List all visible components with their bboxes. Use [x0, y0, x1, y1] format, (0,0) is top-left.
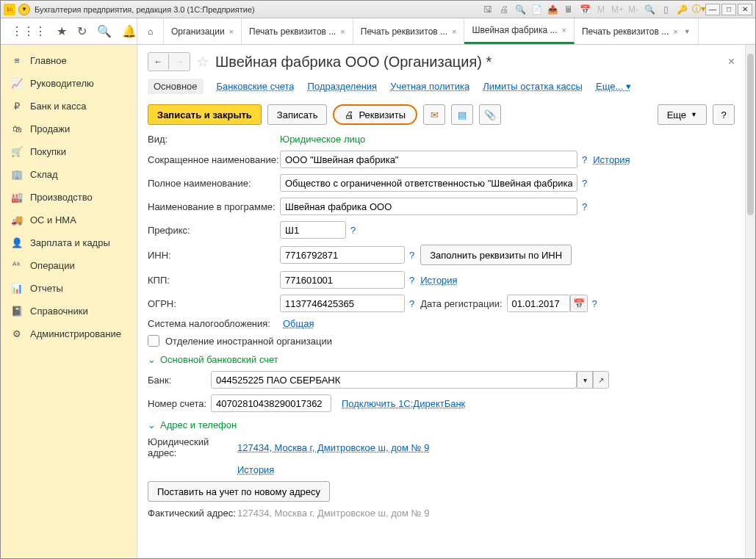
help-icon[interactable]: ? — [582, 178, 587, 189]
help-icon[interactable]: ? — [409, 250, 414, 261]
back-button[interactable]: ← — [148, 53, 169, 71]
tab-home[interactable]: ⌂ — [137, 18, 164, 44]
mail-button[interactable]: ✉ — [423, 104, 445, 125]
search-icon[interactable]: 🔍 — [97, 24, 112, 38]
help-button[interactable]: ? — [713, 104, 735, 125]
close-icon[interactable]: × — [673, 27, 677, 36]
section-address-header[interactable]: ⌄Адрес и телефон — [148, 419, 735, 430]
close-icon[interactable]: × — [340, 27, 345, 36]
save-button[interactable]: Записать — [267, 104, 328, 125]
attach-button[interactable]: 📎 — [479, 104, 501, 125]
more-button[interactable]: Еще ▼ — [658, 104, 707, 125]
subnav-limits[interactable]: Лимиты остатка кассы — [483, 81, 583, 92]
history-link[interactable]: История — [420, 275, 457, 286]
page-close-button[interactable]: × — [728, 55, 735, 68]
account-input[interactable] — [211, 394, 331, 412]
tab-item[interactable]: Организации× — [164, 18, 242, 44]
m-plus-icon[interactable]: M+ — [611, 4, 623, 15]
maximize-button[interactable]: □ — [721, 4, 736, 15]
calendar-icon[interactable]: 📅 — [570, 295, 588, 312]
minimize-button[interactable]: — — [705, 4, 720, 15]
favorite-star-icon[interactable]: ☆ — [196, 53, 209, 71]
foreign-checkbox[interactable] — [148, 335, 159, 347]
m-icon[interactable]: M — [595, 4, 607, 15]
key-icon[interactable]: 🔑 — [676, 4, 688, 15]
help-icon[interactable]: ? — [582, 154, 587, 165]
open-button[interactable]: ↗ — [593, 371, 609, 389]
sidebar-item-assets[interactable]: 🚚ОС и НМА — [1, 209, 137, 231]
export-icon[interactable]: 📤 — [547, 4, 558, 15]
print-icon[interactable]: 🖨 — [498, 4, 510, 15]
prefix-input[interactable] — [280, 221, 346, 239]
tax-link[interactable]: Общая — [283, 318, 314, 329]
titlebar-dropdown[interactable]: ▼ — [18, 4, 30, 15]
register-new-address-button[interactable]: Поставить на учет по новому адресу — [148, 481, 330, 502]
kpp-input[interactable] — [280, 271, 405, 289]
sidebar-item-sales[interactable]: 🛍Продажи — [1, 118, 137, 140]
short-name-input[interactable] — [280, 151, 577, 168]
apps-icon[interactable]: ⋮⋮⋮ — [11, 24, 46, 38]
sidebar-item-admin[interactable]: ⚙Администрирование — [1, 322, 137, 345]
chevron-down-icon[interactable]: ▼ — [684, 28, 691, 35]
sidebar-item-main[interactable]: ≡Главное — [1, 49, 137, 72]
list-button[interactable]: ▤ — [451, 104, 473, 125]
sidebar-item-purchases[interactable]: 🛒Покупки — [1, 140, 137, 163]
sidebar-item-salary[interactable]: 👤Зарплата и кадры — [1, 231, 137, 254]
save-icon[interactable]: 🖫 — [482, 4, 494, 15]
directbank-link[interactable]: Подключить 1С:ДиректБанк — [342, 398, 465, 409]
panel-icon[interactable]: ▯ — [660, 4, 672, 15]
star-icon[interactable]: ★ — [57, 24, 67, 38]
scrollbar-thumb[interactable] — [747, 54, 754, 215]
prog-name-input[interactable] — [280, 198, 577, 215]
close-icon[interactable]: × — [452, 27, 456, 36]
section-bank-header[interactable]: ⌄Основной банковский счет — [148, 354, 735, 365]
sidebar-item-manager[interactable]: 📈Руководителю — [1, 72, 137, 95]
requisites-button[interactable]: 🖨Реквизиты — [333, 104, 417, 125]
sidebar-item-refs[interactable]: 📓Справочники — [1, 300, 137, 322]
scrollbar[interactable] — [745, 45, 755, 558]
help-icon[interactable]: ? — [582, 201, 587, 212]
tab-item[interactable]: Печать реквизитов ...×▼ — [575, 18, 699, 44]
subnav-main[interactable]: Основное — [148, 79, 204, 94]
history-link[interactable]: История — [593, 154, 630, 165]
dropdown-button[interactable]: ▾ — [577, 371, 593, 389]
bell-icon[interactable]: 🔔 — [122, 24, 137, 38]
help-icon[interactable]: ? — [409, 298, 414, 309]
tab-item[interactable]: Печать реквизитов ...× — [242, 18, 353, 44]
ogrn-input[interactable] — [280, 295, 405, 312]
full-name-input[interactable] — [280, 174, 577, 192]
sidebar-item-warehouse[interactable]: 🏢Склад — [1, 163, 137, 186]
info-icon[interactable]: ⓘ▾ — [692, 3, 704, 15]
regdate-input[interactable] — [507, 295, 570, 312]
sidebar-item-reports[interactable]: 📊Отчеты — [1, 277, 137, 300]
fill-inn-button[interactable]: Заполнить реквизиты по ИНН — [420, 245, 572, 265]
sidebar-item-production[interactable]: 🏭Производство — [1, 186, 137, 209]
preview-icon[interactable]: 🔍 — [514, 4, 526, 15]
doc-icon[interactable]: 📄 — [530, 4, 542, 15]
sidebar-item-bank[interactable]: ₽Банк и касса — [1, 95, 137, 118]
subnav-more[interactable]: Еще... ▾ — [596, 81, 631, 92]
close-icon[interactable]: × — [562, 26, 566, 35]
close-icon[interactable]: × — [229, 27, 234, 36]
help-icon[interactable]: ? — [409, 275, 414, 286]
forward-button[interactable]: → — [169, 53, 190, 71]
save-close-button[interactable]: Записать и закрыть — [148, 104, 262, 125]
bank-input[interactable] — [211, 371, 577, 389]
calendar-icon[interactable]: 📅 — [579, 4, 591, 15]
subnav-bank[interactable]: Банковские счета — [217, 81, 295, 92]
inn-input[interactable] — [280, 246, 405, 264]
legal-addr-link[interactable]: 127434, Москва г, Дмитровское ш, дом № 9 — [237, 442, 429, 453]
subnav-policy[interactable]: Учетная политика — [390, 81, 469, 92]
help-icon[interactable]: ? — [592, 298, 597, 309]
close-button[interactable]: ✕ — [738, 4, 752, 15]
calc-icon[interactable]: 🖩 — [563, 4, 575, 15]
history-link[interactable]: История — [237, 464, 274, 475]
subnav-dept[interactable]: Подразделения — [308, 81, 378, 92]
sidebar-item-operations[interactable]: ᴬᵏОперации — [1, 254, 137, 277]
zoom-icon[interactable]: 🔍 — [644, 4, 655, 15]
help-icon[interactable]: ? — [350, 225, 356, 236]
tab-item[interactable]: Печать реквизитов ...× — [353, 18, 465, 44]
history-icon[interactable]: ↻ — [77, 24, 87, 38]
tab-item-active[interactable]: Швейная фабрика ...× — [464, 18, 575, 44]
m-minus-icon[interactable]: M- — [627, 4, 639, 15]
